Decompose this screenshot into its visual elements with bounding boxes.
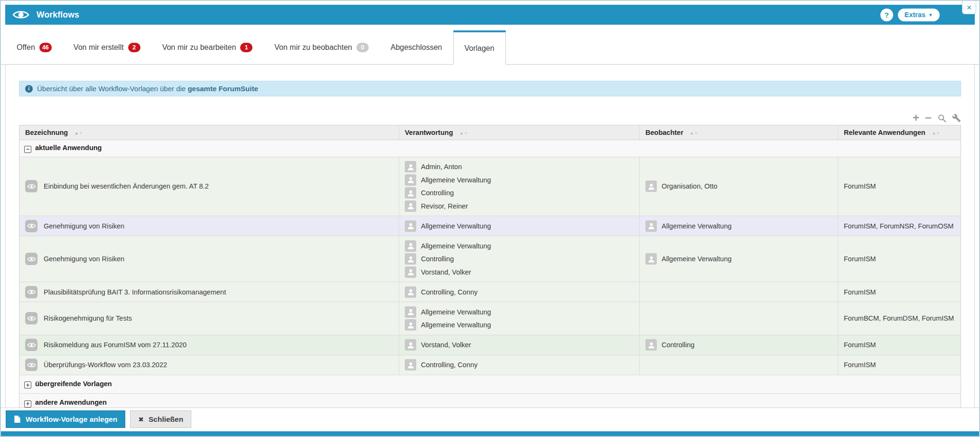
- tab-badge: 0: [356, 43, 369, 52]
- responsible-entry: Allgemeine Verwaltung: [405, 319, 634, 331]
- tab-vorlagen[interactable]: Vorlagen: [453, 30, 506, 65]
- person-icon: [405, 286, 416, 298]
- cell-verantwortung: Controlling, Conny: [399, 282, 640, 302]
- group-cell: +übergreifende Vorlagen: [19, 375, 961, 394]
- table-row[interactable]: Risikogenehmigung für TestsAllgemeine Ve…: [19, 302, 961, 335]
- cell-relevante-anwendungen: ForumISM: [838, 236, 961, 282]
- cell-relevante-anwendungen: ForumISM: [838, 355, 961, 375]
- workflow-name-wrap: Risikomeldung aus ForumISM vom 27.11.202…: [25, 339, 393, 351]
- person-icon: [405, 161, 416, 172]
- help-button[interactable]: ?: [880, 9, 893, 21]
- table-row[interactable]: Genehmigung von RisikenAllgemeine Verwal…: [19, 216, 961, 236]
- group-label: andere Anwendungen: [35, 399, 107, 406]
- tab-badge: 1: [240, 43, 252, 52]
- close-dialog-button[interactable]: ✖ Schließen: [130, 410, 191, 428]
- cell-beobachter: [640, 355, 838, 375]
- observer-entry: Allgemeine Verwaltung: [645, 220, 832, 232]
- column-header-relevante-anwendungen[interactable]: Relevante Anwendungen ▲▼: [838, 125, 961, 140]
- table-header: Bezeichnung ▲▼ Verantwortung ▲▼ Beobacht…: [19, 125, 961, 140]
- collapse-all-minus-icon[interactable]: −: [925, 113, 932, 123]
- titlebar: Workflows ? Extras ▼: [5, 5, 975, 25]
- group-cell: −aktuelle Anwendung: [19, 140, 961, 157]
- person-icon: [405, 339, 416, 351]
- relevant-apps: ForumISM, ForumNSR, ForumOSM: [844, 222, 953, 230]
- workflow-name: Überprüfungs-Workflow vom 23.03.2022: [44, 361, 167, 369]
- person-name: Controlling, Conny: [421, 361, 477, 369]
- sort-icons: ▲▼: [690, 131, 699, 135]
- collapse-group-icon[interactable]: −: [24, 146, 31, 153]
- column-header-bezeichnung[interactable]: Bezeichnung ▲▼: [19, 125, 399, 140]
- extras-label: Extras: [905, 11, 925, 19]
- person-name: Controlling, Conny: [421, 288, 477, 296]
- person-icon: [405, 306, 416, 318]
- cell-bezeichnung: Risikomeldung aus ForumISM vom 27.11.202…: [19, 335, 399, 355]
- cell-relevante-anwendungen: ForumISM: [838, 157, 961, 216]
- cell-relevante-anwendungen: ForumISM: [838, 335, 961, 355]
- table-row[interactable]: Plausibilitätsprüfung BAIT 3. Informatio…: [19, 282, 961, 302]
- person-name: Controlling: [421, 189, 454, 197]
- cell-beobachter: Controlling: [640, 335, 838, 355]
- cell-verantwortung: Vorstand, Volker: [399, 335, 640, 355]
- expand-group-icon[interactable]: +: [24, 381, 31, 389]
- person-icon: [405, 253, 416, 265]
- workflow-name: Genehmigung von Risiken: [44, 222, 124, 230]
- person-name: Allgemeine Verwaltung: [421, 222, 491, 230]
- tab-bar: Offen46Von mir erstellt2Von mir zu bearb…: [1, 30, 979, 65]
- extras-button[interactable]: Extras ▼: [898, 9, 940, 21]
- expand-all-plus-icon[interactable]: +: [913, 113, 919, 123]
- window-title: Workflows: [37, 10, 79, 20]
- table-row[interactable]: Einbindung bei wesentlichen Änderungen g…: [19, 157, 961, 216]
- tab-label: Abgeschlossen: [391, 43, 442, 52]
- person-name: Controlling: [662, 341, 694, 349]
- info-banner: i Übersicht über alle Workflow-Vorlagen …: [19, 81, 961, 96]
- cell-verantwortung: Admin, AntonAllgemeine VerwaltungControl…: [399, 157, 640, 216]
- column-header-beobachter[interactable]: Beobachter ▲▼: [640, 125, 838, 140]
- column-header-verantwortung[interactable]: Verantwortung ▲▼: [399, 125, 640, 140]
- responsible-entry: Allgemeine Verwaltung: [405, 240, 634, 252]
- person-icon: [645, 180, 657, 192]
- content-panel: i Übersicht über alle Workflow-Vorlagen …: [5, 65, 975, 408]
- group-row[interactable]: −aktuelle Anwendung: [19, 140, 961, 157]
- person-name: Allgemeine Verwaltung: [421, 321, 491, 329]
- wrench-icon[interactable]: [952, 114, 961, 123]
- cell-verantwortung: Allgemeine Verwaltung: [399, 216, 640, 236]
- workflow-name-wrap: Plausibilitätsprüfung BAIT 3. Informatio…: [25, 286, 393, 298]
- cell-beobachter: [640, 282, 838, 302]
- group-row[interactable]: +andere Anwendungen: [19, 394, 961, 408]
- person-name: Admin, Anton: [421, 163, 462, 171]
- person-name: Allgemeine Verwaltung: [662, 255, 732, 263]
- sort-icons: ▲▼: [460, 131, 468, 135]
- tab-von-mir-erstellt[interactable]: Von mir erstellt2: [63, 30, 151, 64]
- info-banner-bold: gesamte ForumSuite: [187, 85, 258, 93]
- tab-label: Von mir zu bearbeiten: [162, 43, 236, 52]
- person-icon: [405, 240, 416, 252]
- group-label: aktuelle Anwendung: [35, 144, 102, 152]
- observer-entry: Organisation, Otto: [645, 180, 832, 192]
- tab-abgeschlossen[interactable]: Abgeschlossen: [380, 30, 453, 64]
- cell-beobachter: Organisation, Otto: [640, 157, 838, 216]
- table-row[interactable]: Genehmigung von RisikenAllgemeine Verwal…: [19, 236, 961, 282]
- group-row[interactable]: +übergreifende Vorlagen: [19, 375, 961, 394]
- cell-beobachter: [640, 302, 838, 335]
- search-icon[interactable]: [937, 114, 946, 123]
- expand-group-icon[interactable]: +: [24, 400, 31, 408]
- chevron-down-icon: ▼: [928, 12, 933, 18]
- tab-offen[interactable]: Offen46: [6, 30, 63, 64]
- cell-relevante-anwendungen: ForumISM, ForumNSR, ForumOSM: [838, 216, 961, 236]
- tab-von-mir-zu-beobachten[interactable]: Von mir zu beobachten0: [263, 30, 380, 64]
- create-workflow-template-button[interactable]: Workflow-Vorlage anlegen: [6, 410, 125, 428]
- person-icon: [405, 220, 416, 232]
- relevant-apps: ForumISM: [844, 182, 876, 190]
- person-icon: [405, 200, 416, 212]
- person-icon: [405, 319, 416, 331]
- close-window-button[interactable]: ✕: [962, 1, 976, 14]
- table-row[interactable]: Überprüfungs-Workflow vom 23.03.2022Cont…: [19, 355, 961, 375]
- person-name: Allgemeine Verwaltung: [421, 242, 491, 250]
- workflow-eye-icon: [25, 286, 37, 298]
- tab-von-mir-zu-bearbeiten[interactable]: Von mir zu bearbeiten1: [151, 30, 264, 64]
- document-icon: [14, 415, 21, 423]
- table-row[interactable]: Risikomeldung aus ForumISM vom 27.11.202…: [19, 335, 961, 355]
- responsible-entry: Controlling, Conny: [405, 359, 634, 370]
- workflow-name: Plausibilitätsprüfung BAIT 3. Informatio…: [44, 288, 226, 296]
- group-label: übergreifende Vorlagen: [35, 380, 112, 388]
